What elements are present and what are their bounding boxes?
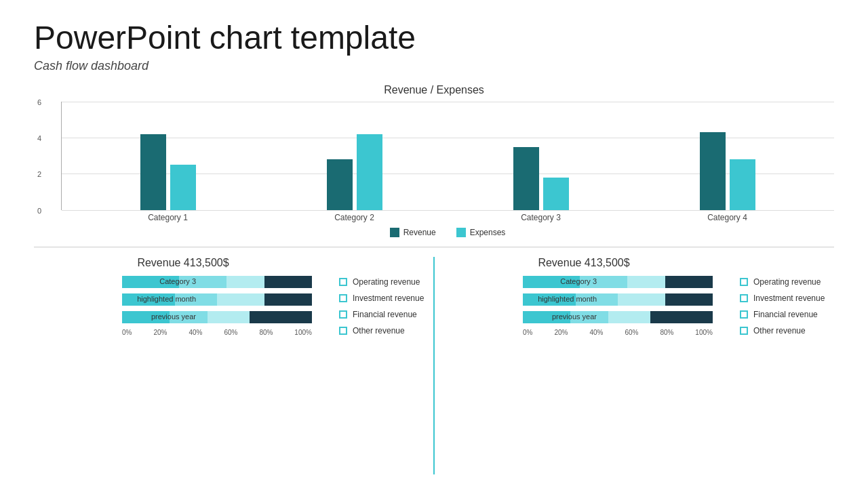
right-legend-item-3: Financial revenue [740,310,827,319]
left-panel: Revenue 413,500$ Category 3 [34,257,433,474]
left-legend-item-2: Investment revenue [339,293,427,303]
bottom-section: Revenue 413,500$ Category 3 [34,257,834,474]
x-label-cat2: Category 2 [261,213,448,222]
right-row-3: previous year [523,311,726,323]
bar-pair-cat1 [140,134,196,210]
left-legend-label-2: Investment revenue [353,293,424,303]
right-legend-label-4: Other revenue [753,326,806,336]
y-label-6: 6 [37,98,41,106]
left-panel-legend: Operating revenue Investment revenue Fin… [332,257,427,474]
x-label-cat4: Category 4 [634,213,821,222]
bar-expenses-cat3 [543,178,569,210]
right-legend-label-3: Financial revenue [753,310,818,319]
right-x-60: 60% [625,329,638,336]
right-row1-seg3 [627,276,665,288]
x-labels: Category 1 Category 2 Category 3 Categor… [61,213,834,222]
legend-expenses-label: Expenses [470,228,506,237]
bar-pair-cat4 [700,132,755,210]
legend-revenue-box [390,228,399,237]
left-row-3: previous year [122,311,326,323]
right-row1-seg4 [665,276,713,288]
right-x-80: 80% [660,329,673,336]
bar-group-cat3 [513,147,569,210]
x-label-cat1: Category 1 [75,213,261,222]
bar-chart-section: Revenue / Expenses 6 4 2 0 [34,84,834,237]
bar-chart-container: 6 4 2 0 [34,102,834,237]
right-x-0: 0% [523,329,532,336]
legend-revenue: Revenue [390,228,436,237]
left-legend-item-1: Operating revenue [339,277,427,287]
bar-group-cat1 [140,134,196,210]
page-subtitle: Cash flow dashboard [34,59,834,73]
left-legend-label-3: Financial revenue [353,310,417,319]
bar-revenue-cat1 [140,134,166,210]
left-x-20: 20% [153,329,167,336]
bar-pair-cat3 [513,147,569,210]
left-row3-label: previous year [122,312,200,321]
right-panel-title: Revenue 413,500$ [441,257,726,269]
left-horiz-chart-wrap: Revenue 413,500$ Category 3 [41,257,326,474]
right-x-axis: 0% 20% 40% 60% 80% 100% [523,329,713,336]
bar-chart-inner: 6 4 2 0 [61,102,834,210]
legend-expenses: Expenses [456,228,506,237]
bar-expenses-cat1 [170,165,196,210]
bar-expenses-cat4 [730,159,755,210]
left-legend-sq-3 [339,310,347,319]
right-x-100: 100% [695,329,713,336]
bar-pair-cat2 [327,134,382,210]
legend-revenue-label: Revenue [403,228,436,237]
right-row-1: Category 3 [523,276,726,288]
left-legend-sq-1 [339,278,347,286]
left-row1-label: Category 3 [122,277,200,286]
bar-revenue-cat4 [700,132,726,210]
right-legend-label-1: Operating revenue [753,277,821,287]
left-row2-seg4 [264,293,312,306]
right-legend-sq-3 [740,310,748,319]
left-row2-label: highlighted month [122,295,200,304]
left-legend-label-4: Other revenue [353,326,405,336]
left-x-axis: 0% 20% 40% 60% 80% 100% [122,329,312,336]
right-horiz-chart: Category 3 highlighted month [441,276,726,336]
right-legend-sq-2 [740,294,748,302]
left-legend-label-1: Operating revenue [353,277,420,287]
left-legend-sq-2 [339,294,347,302]
bar-chart-title: Revenue / Expenses [34,84,834,96]
left-legend-sq-4 [339,327,347,335]
left-horiz-chart: Category 3 highlighted month [41,276,326,336]
left-x-100: 100% [294,329,312,336]
left-row1-seg3 [226,276,264,288]
right-row2-seg3 [618,293,665,306]
right-panel-legend: Operating revenue Investment revenue Fin… [733,257,827,474]
right-legend-item-2: Investment revenue [740,293,827,303]
bar-revenue-cat2 [327,159,353,210]
left-row-2: highlighted month [122,293,326,306]
bar-chart-legend: Revenue Expenses [61,228,834,237]
right-legend-label-2: Investment revenue [753,293,825,303]
left-row3-seg4 [250,311,312,323]
left-x-40: 40% [189,329,202,336]
right-x-40: 40% [589,329,603,336]
divider [34,247,834,247]
bar-revenue-cat3 [513,147,539,210]
page: PowerPoint chart template Cash flow dash… [0,0,868,488]
left-x-0: 0% [122,329,132,336]
right-row3-label: previous year [523,312,601,321]
y-label-0: 0 [37,207,41,215]
left-panel-title: Revenue 413,500$ [41,257,326,269]
page-title: PowerPoint chart template [34,20,834,56]
right-legend-sq-1 [740,278,748,286]
right-panel: Revenue 413,500$ Category 3 highlighted … [433,257,834,474]
left-legend-item-3: Financial revenue [339,310,427,319]
legend-expenses-box [456,228,466,237]
right-legend-sq-4 [740,327,748,335]
left-row2-seg3 [217,293,264,306]
right-row3-seg3 [608,311,650,323]
right-row2-seg4 [665,293,713,306]
right-row3-seg4 [650,311,713,323]
y-label-4: 4 [37,134,41,142]
left-legend-item-4: Other revenue [339,326,427,336]
right-x-20: 20% [554,329,568,336]
left-x-60: 60% [224,329,237,336]
right-row1-label: Category 3 [523,277,601,286]
y-label-2: 2 [37,170,41,178]
